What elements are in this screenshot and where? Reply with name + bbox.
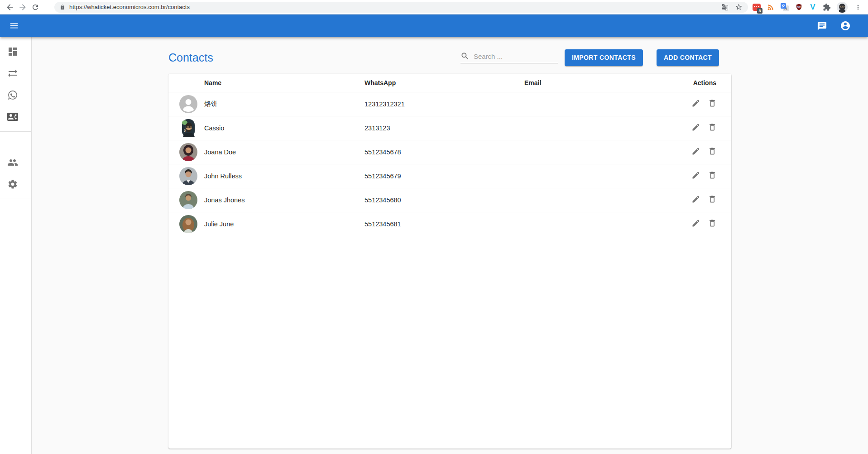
contact-email (524, 116, 652, 140)
sidebar-item-connections[interactable] (0, 62, 31, 84)
profile-avatar[interactable] (837, 2, 848, 13)
edit-contact-button[interactable] (691, 146, 701, 158)
search-input[interactable] (474, 53, 558, 60)
translate-icon[interactable] (721, 4, 729, 11)
contact-email (524, 92, 652, 116)
edit-contact-button[interactable] (691, 170, 701, 182)
contact-card-icon (7, 111, 18, 122)
search-box (460, 52, 558, 63)
contact-email (524, 164, 652, 188)
delete-icon (708, 99, 717, 108)
contact-name: John Rulless (204, 164, 364, 188)
menu-icon (9, 21, 19, 31)
sidebar-item-users[interactable] (0, 152, 31, 173)
sidebar-divider (0, 199, 31, 199)
account-button[interactable] (840, 20, 851, 31)
browser-menu-button[interactable] (854, 1, 863, 14)
delete-contact-button[interactable] (707, 194, 718, 206)
extension-badge: 3 (757, 8, 762, 14)
search-icon (460, 52, 470, 61)
contact-avatar (179, 215, 197, 233)
chat-button[interactable] (817, 21, 827, 31)
edit-contact-button[interactable] (691, 122, 701, 134)
contact-avatar (179, 191, 197, 209)
reload-icon (31, 3, 39, 11)
edit-icon (691, 219, 700, 228)
sidebar-item-settings[interactable] (0, 173, 31, 195)
contact-name: Joana Doe (204, 140, 364, 164)
import-contacts-button[interactable]: IMPORT CONTACTS (565, 49, 643, 66)
table-header-row: Name WhatsApp Email Actions (168, 74, 731, 92)
column-header-name: Name (204, 74, 364, 92)
edit-icon (691, 99, 700, 108)
edit-contact-button[interactable] (691, 218, 701, 230)
url-text: https://whaticket.economicros.com.br/con… (69, 4, 721, 10)
edit-contact-button[interactable] (691, 98, 701, 110)
delete-icon (708, 171, 717, 180)
delete-contact-button[interactable] (707, 122, 718, 134)
menu-button[interactable] (9, 21, 19, 31)
contact-name: Jonas Jhones (204, 188, 364, 212)
svg-text:U0: U0 (797, 5, 801, 8)
column-header-actions: Actions (652, 74, 731, 92)
table-row: 烙饼 12312312321 (168, 92, 731, 116)
people-icon (7, 157, 18, 168)
contact-avatar (179, 95, 197, 113)
contact-whatsapp: 5512345680 (364, 188, 524, 212)
delete-contact-button[interactable] (707, 170, 718, 182)
puzzle-extensions-icon[interactable] (823, 3, 831, 11)
app-bar (0, 14, 868, 37)
contacts-table-card: Name WhatsApp Email Actions (168, 74, 731, 449)
forward-button[interactable] (16, 1, 29, 14)
delete-icon (708, 219, 717, 228)
sidebar-item-contacts[interactable] (0, 106, 31, 128)
delete-icon (708, 195, 717, 204)
table-row: John Rulless 5512345679 (168, 164, 731, 188)
contact-name: 烙饼 (204, 92, 364, 116)
vimeo-extension-icon[interactable]: V (809, 3, 817, 11)
back-button[interactable] (4, 1, 16, 14)
ublock-extension-icon[interactable]: U0 (795, 3, 803, 11)
contact-email (524, 140, 652, 164)
delete-contact-button[interactable] (707, 98, 718, 110)
edit-icon (691, 195, 700, 204)
contacts-table: Name WhatsApp Email Actions (168, 74, 731, 236)
reload-button[interactable] (29, 1, 42, 14)
add-contact-button[interactable]: ADD CONTACT (657, 49, 719, 66)
delete-icon (708, 123, 717, 132)
contact-avatar: 5 (179, 119, 197, 137)
delete-contact-button[interactable] (707, 218, 718, 230)
contact-email (524, 188, 652, 212)
page-title: Contacts (168, 51, 213, 64)
omnibox[interactable]: https://whaticket.economicros.com.br/con… (54, 2, 748, 13)
delete-contact-button[interactable] (707, 146, 718, 158)
contact-whatsapp: 5512345678 (364, 140, 524, 164)
sidebar-item-tickets[interactable] (0, 84, 31, 106)
contact-name: Julie June (204, 212, 364, 236)
table-row: Joana Doe 5512345678 (168, 140, 731, 164)
account-icon (840, 20, 851, 31)
table-row: 5 Cassio 2313123 (168, 116, 731, 140)
gtranslate-extension-icon[interactable]: A (781, 3, 789, 11)
edit-icon (691, 171, 700, 180)
swap-horizontal-icon (7, 68, 18, 79)
contact-avatar (179, 143, 197, 161)
chat-icon (817, 21, 827, 31)
forward-icon (18, 3, 27, 12)
sidebar-item-dashboard[interactable] (0, 41, 31, 62)
table-row: Julie June 5512345681 (168, 212, 731, 236)
contact-whatsapp: 5512345681 (364, 212, 524, 236)
edit-icon (691, 147, 700, 156)
edit-contact-button[interactable] (691, 194, 701, 206)
delete-icon (708, 147, 717, 156)
column-header-whatsapp: WhatsApp (364, 74, 524, 92)
rss-extension-icon[interactable] (767, 3, 775, 11)
contact-email (524, 212, 652, 236)
bookmark-star-icon[interactable] (735, 3, 743, 11)
red-chat-extension-icon[interactable]: 3 (753, 3, 761, 11)
svg-text:5: 5 (184, 129, 186, 132)
lock-icon (60, 5, 65, 10)
column-header-email: Email (524, 74, 652, 92)
contact-avatar (179, 167, 197, 185)
back-icon (5, 3, 14, 12)
